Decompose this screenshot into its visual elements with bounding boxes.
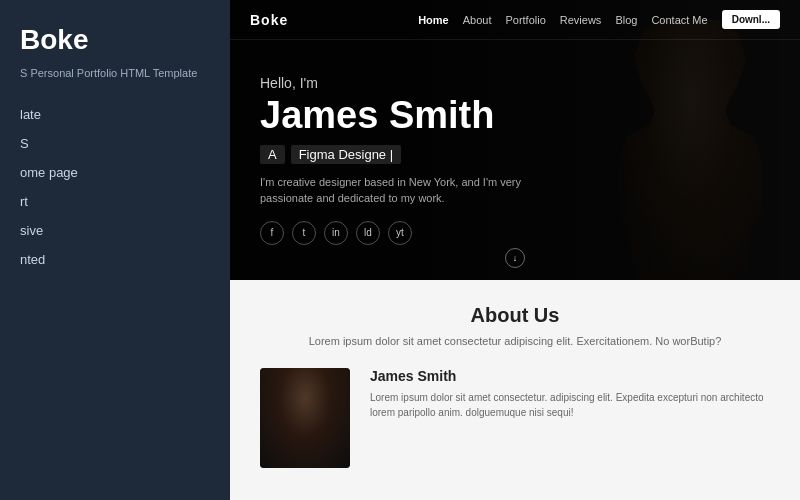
about-text: James Smith Lorem ipsum dolor sit amet c… <box>370 368 770 420</box>
hero-description: I'm creative designer based in New York,… <box>260 174 540 207</box>
sidebar-item-1[interactable]: late <box>20 103 210 126</box>
hero-role-prefix: A <box>260 145 285 164</box>
nav-home[interactable]: Home <box>418 14 449 26</box>
hero-section: Boke Home About Portfolio Reviews Blog C… <box>230 0 800 280</box>
main-content: Boke Home About Portfolio Reviews Blog C… <box>230 0 800 500</box>
about-content: James Smith Lorem ipsum dolor sit amet c… <box>260 368 770 468</box>
sidebar-item-6[interactable]: nted <box>20 248 210 271</box>
about-image-inner <box>260 368 350 468</box>
linkedin-icon[interactable]: ld <box>356 221 380 245</box>
download-button[interactable]: Downl... <box>722 10 780 29</box>
social-icons: f t in ld yt <box>260 221 770 245</box>
nav-about[interactable]: About <box>463 14 492 26</box>
hero-text: Hello, I'm James Smith A Figma Designe |… <box>230 40 800 280</box>
about-section: About Us Lorem ipsum dolor sit amet cons… <box>230 280 800 500</box>
nav-reviews[interactable]: Reviews <box>560 14 602 26</box>
sidebar: Boke S Personal Portfolio HTML Template … <box>0 0 230 500</box>
hero-name: James Smith <box>260 95 770 137</box>
sidebar-item-4[interactable]: rt <box>20 190 210 213</box>
hero-role-badge: Figma Designe | <box>291 145 401 164</box>
about-person-name: James Smith <box>370 368 770 384</box>
sidebar-item-2[interactable]: S <box>20 132 210 155</box>
instagram-icon[interactable]: in <box>324 221 348 245</box>
sidebar-item-3[interactable]: ome page <box>20 161 210 184</box>
youtube-icon[interactable]: yt <box>388 221 412 245</box>
about-person-description: Lorem ipsum dolor sit amet consectetur. … <box>370 390 770 420</box>
nav-contact[interactable]: Contact Me <box>651 14 707 26</box>
sidebar-subtitle: S Personal Portfolio HTML Template <box>20 66 210 81</box>
navbar-brand[interactable]: Boke <box>250 12 288 28</box>
nav-portfolio[interactable]: Portfolio <box>505 14 545 26</box>
sidebar-item-5[interactable]: sive <box>20 219 210 242</box>
twitter-icon[interactable]: t <box>292 221 316 245</box>
about-image <box>260 368 350 468</box>
sidebar-logo[interactable]: Boke <box>20 24 210 56</box>
scroll-indicator[interactable]: ↓ <box>505 248 525 268</box>
facebook-icon[interactable]: f <box>260 221 284 245</box>
navbar: Boke Home About Portfolio Reviews Blog C… <box>230 0 800 40</box>
navbar-links: Home About Portfolio Reviews Blog Contac… <box>418 10 780 29</box>
hero-greeting: Hello, I'm <box>260 75 770 91</box>
nav-blog[interactable]: Blog <box>615 14 637 26</box>
about-title: About Us <box>260 304 770 327</box>
about-description: Lorem ipsum dolor sit amet consectetur a… <box>260 333 770 350</box>
hero-role: A Figma Designe | <box>260 145 770 164</box>
